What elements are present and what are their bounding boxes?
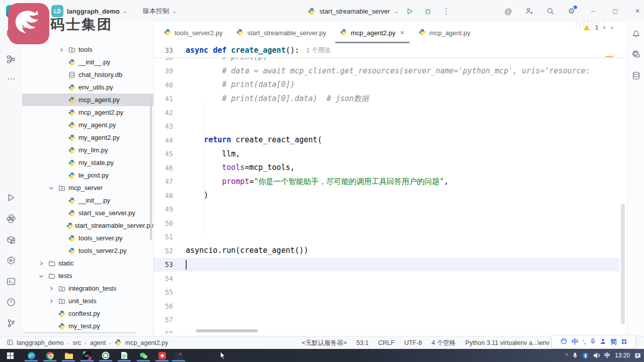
tree-item-my_test.py[interactable]: my_test.py (22, 320, 153, 332)
vcs-widget[interactable]: 版本控制 ⌄ (143, 0, 177, 22)
ime-tone-icon[interactable]: ’, (583, 339, 586, 345)
taskbar-wps-icon[interactable] (119, 350, 129, 360)
ime-lang-mode[interactable]: 中 (572, 337, 578, 346)
search-everywhere-icon[interactable] (543, 4, 557, 18)
tab-tools_server2.py[interactable]: tools_server2.py (157, 22, 229, 43)
tree-item-mcp_agent.py[interactable]: mcp_agent.py (22, 94, 153, 106)
minimize-button[interactable]: ─ (586, 4, 601, 18)
tree-item-te_post.py[interactable]: te_post.py (22, 169, 153, 182)
tree-item-__init__.py[interactable]: __init__.py (22, 56, 153, 68)
chevron-right-icon[interactable] (58, 47, 68, 53)
taskbar-start-icon[interactable] (5, 350, 15, 360)
settings-gear-icon[interactable]: ⚙ (565, 4, 579, 18)
tree-item-integration_tests[interactable]: integration_tests (22, 282, 153, 295)
more-options-icon[interactable]: ⋮ (439, 4, 453, 18)
database-icon[interactable] (629, 68, 643, 82)
terminal-icon[interactable] (4, 275, 18, 289)
close-tab-icon[interactable]: ✕ (400, 30, 405, 36)
tree-item-mcp_agent2.py[interactable]: mcp_agent2.py (22, 106, 153, 119)
chevron-down-icon[interactable] (48, 185, 58, 191)
notifications-bell-icon[interactable] (629, 26, 643, 40)
next-problem-icon[interactable]: ˅ (610, 25, 613, 31)
git-branch-icon[interactable] (4, 316, 18, 330)
clock[interactable]: 13:20 (615, 352, 630, 359)
tree-item-env_utils.py[interactable]: env_utils.py (22, 81, 153, 94)
run-configuration[interactable]: start_streamable_server ⌄ ⋮ (308, 0, 453, 22)
ime-grid-icon[interactable] (621, 337, 627, 346)
maximize-button[interactable]: ▢ (608, 4, 623, 18)
ime-logo-icon[interactable] (560, 337, 567, 346)
status-line-ending[interactable]: CRLF (378, 339, 395, 346)
close-button[interactable]: ✕ (630, 4, 644, 18)
tree-item-my_agent2.py[interactable]: my_agent2.py (22, 131, 153, 144)
code-viewport[interactable]: 38 # print(p)39 # data = await mcp_clien… (154, 57, 619, 333)
tree-item-my_agent.py[interactable]: my_agent.py (22, 119, 153, 131)
prev-problem-icon[interactable]: ˄ (603, 25, 606, 31)
more-toolwindows-icon[interactable]: ⋯ (4, 71, 18, 85)
taskbar-edge-icon[interactable] (26, 350, 36, 360)
breadcrumb-item[interactable]: mcp_agent2.py (125, 339, 168, 346)
ime-mic-icon[interactable] (590, 337, 596, 346)
tree-item-start_sse_server.py[interactable]: start_sse_server.py (22, 207, 153, 219)
usages-inlay[interactable]: 1 个用法 (306, 46, 331, 55)
problems-icon[interactable] (4, 295, 18, 309)
taskbar-explorer-icon[interactable] (63, 350, 73, 360)
tree-item-chat_history.db[interactable]: chat_history.db (22, 68, 153, 81)
tray-ime-indicator[interactable]: 中 (604, 351, 610, 360)
taskbar-wechat-icon[interactable] (138, 350, 148, 360)
tree-item-my_llm.py[interactable]: my_llm.py (22, 144, 153, 156)
tree-item-start_streamable_server.py[interactable]: start_streamable_server.py (22, 219, 153, 232)
run-toolwindow-icon[interactable] (4, 191, 18, 205)
status-indent[interactable]: 4 个空格 (432, 339, 456, 347)
tray-mic-icon[interactable] (573, 352, 578, 358)
breadcrumb-item[interactable]: src (73, 339, 82, 346)
tree-item-static[interactable]: static (22, 257, 153, 269)
tray-bluetooth-icon[interactable] (582, 352, 589, 359)
status-interpreter[interactable]: Python 3.11 virtualenv a...\env (465, 339, 549, 346)
code-with-me-icon[interactable] (522, 4, 536, 18)
tab-mcp_agent2.py[interactable]: mcp_agent2.py✕ (333, 22, 412, 43)
tree-item-tools_server2.py[interactable]: tools_server2.py (22, 244, 153, 257)
chevron-right-icon[interactable] (48, 298, 58, 304)
ime-simplified-mode[interactable]: 简 (610, 337, 617, 346)
tree-item-__init__.py[interactable]: __init__.py (22, 194, 153, 207)
breadcrumb-item[interactable]: agent (90, 339, 106, 346)
status-encoding[interactable]: UTF-8 (404, 339, 422, 346)
chevron-down-icon[interactable] (38, 273, 48, 279)
taskbar-redapp-icon[interactable] (157, 350, 167, 360)
tree-item-tests[interactable]: tests (22, 269, 153, 282)
python-console-icon[interactable] (4, 212, 18, 226)
tree-item-my_state.py[interactable]: my_state.py (22, 156, 153, 169)
debug-button[interactable] (421, 4, 435, 18)
tree-item-mcp_server[interactable]: mcp_server (22, 182, 153, 194)
taskbar-pycharm-icon[interactable]: PC (82, 350, 92, 360)
breadcrumb-item[interactable]: langgraph_demo (17, 339, 64, 346)
project-scrollbar[interactable] (150, 97, 152, 240)
taskbar-chrome-icon[interactable] (45, 350, 55, 360)
editor-vscrollbar-thumb[interactable] (621, 204, 625, 324)
tray-expand-icon[interactable]: ^ (566, 353, 568, 358)
chevron-right-icon[interactable] (38, 260, 48, 266)
inspections-widget[interactable]: 1 ˄ ˅ (584, 24, 613, 31)
tree-item-unit_tests[interactable]: unit_tests (22, 295, 153, 307)
action-center-icon[interactable] (634, 352, 641, 359)
taskbar-darkapp-icon[interactable] (174, 350, 184, 360)
services-icon[interactable] (4, 253, 18, 267)
run-button[interactable] (403, 4, 417, 18)
status-no-default-server[interactable]: <无默认服务器> (302, 339, 347, 347)
structure-icon[interactable] (4, 52, 18, 66)
tab-mcp_agent.py[interactable]: mcp_agent.py (412, 22, 477, 43)
tray-volume-icon[interactable] (593, 352, 600, 358)
ai-assistant-icon[interactable] (629, 47, 643, 61)
ai-assistant-icon[interactable]: @ (501, 4, 515, 18)
tree-item-tools[interactable]: tools (22, 43, 153, 56)
taskbar-greenapp-icon[interactable] (101, 350, 111, 360)
chevron-right-icon[interactable] (48, 286, 58, 292)
project-hscrollbar[interactable] (23, 332, 136, 334)
status-caret-position[interactable]: 53:1 (356, 339, 368, 346)
ime-user-icon[interactable] (600, 337, 606, 346)
editor-hscrollbar-thumb[interactable] (196, 329, 258, 332)
packages-icon[interactable] (4, 233, 18, 247)
tree-item-tools_server.py[interactable]: tools_server.py (22, 232, 153, 244)
tab-start_streamable_server.py[interactable]: start_streamable_server.py (229, 22, 333, 43)
